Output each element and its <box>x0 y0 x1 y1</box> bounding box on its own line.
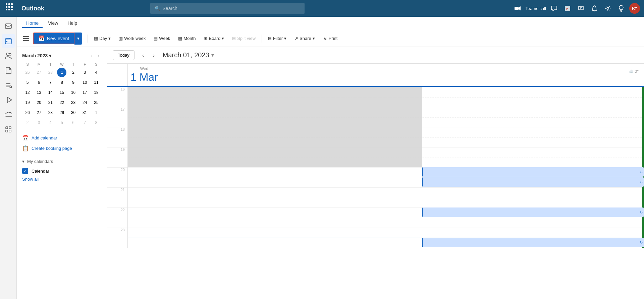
cal-day-29[interactable]: 29 <box>57 108 66 117</box>
create-booking-button[interactable]: 📋 Create booking page <box>22 143 102 154</box>
topbar-right: Teams call P <box>512 3 640 14</box>
cal-day-4[interactable]: 4 <box>92 68 101 77</box>
day-column[interactable]: ↻ ↻ ↻ ↻ <box>127 87 644 248</box>
cal-day-9[interactable]: 9 <box>69 78 78 87</box>
day-label-wed: W <box>56 62 67 67</box>
show-all-button[interactable]: Show all <box>22 175 102 183</box>
cal-day-20[interactable]: 20 <box>34 98 44 107</box>
cal-day-6[interactable]: 6 <box>34 78 44 87</box>
menu-help[interactable]: Help <box>63 19 81 28</box>
cal-day-27[interactable]: 27 <box>34 108 44 117</box>
tasks-nav-icon[interactable] <box>2 78 15 92</box>
cal-day-5-apr[interactable]: 5 <box>57 118 66 127</box>
cal-day-15[interactable]: 15 <box>57 88 66 97</box>
search-input[interactable] <box>163 6 301 11</box>
cal-day-26[interactable]: 26 <box>23 108 32 117</box>
apps-nav-icon[interactable] <box>2 123 15 136</box>
cal-day-31[interactable]: 31 <box>80 108 90 117</box>
cal-day-3[interactable]: 3 <box>80 68 90 77</box>
cal-day-3-apr[interactable]: 3 <box>34 118 44 127</box>
lightbulb-icon[interactable] <box>616 3 627 14</box>
print-button[interactable]: 🖨 Print <box>320 34 341 43</box>
cal-day-10[interactable]: 10 <box>80 78 90 87</box>
cal-day-18[interactable]: 18 <box>92 88 101 97</box>
cal-day-23[interactable]: 23 <box>69 98 78 107</box>
feedback-icon[interactable] <box>576 3 586 14</box>
menu-view[interactable]: View <box>44 19 62 28</box>
cal-day-2[interactable]: 2 <box>69 68 78 77</box>
event-block-3[interactable]: ↻ <box>422 207 644 217</box>
cal-day-1[interactable]: 1 <box>57 68 66 77</box>
next-day-button[interactable]: › <box>149 51 159 60</box>
cal-day-13[interactable]: 13 <box>34 88 44 97</box>
work-week-button[interactable]: ▥ Work week <box>115 34 149 43</box>
cal-day-1-apr[interactable]: 1 <box>92 108 101 117</box>
new-event-draft[interactable] <box>128 87 422 167</box>
people-nav-icon[interactable] <box>2 49 15 62</box>
chat-icon[interactable] <box>549 3 559 14</box>
cal-day-30[interactable]: 30 <box>69 108 78 117</box>
notifications-icon[interactable] <box>589 3 600 14</box>
teams-call-label[interactable]: Teams call <box>526 6 546 11</box>
cal-day-19[interactable]: 19 <box>23 98 32 107</box>
event-block-1[interactable]: ↻ <box>422 167 644 177</box>
calendar-date-title[interactable]: March 01, 2023 ▾ <box>163 51 214 59</box>
cal-day-28-feb[interactable]: 28 <box>46 68 55 77</box>
day-name: Wed <box>130 66 158 71</box>
next-month-button[interactable]: › <box>96 52 102 59</box>
my-calendars-header[interactable]: ▾ My calendars <box>22 159 102 164</box>
cal-day-26-feb[interactable]: 26 <box>23 68 32 77</box>
menu-home[interactable]: Home <box>22 19 43 28</box>
cal-day-6-apr[interactable]: 6 <box>69 118 78 127</box>
avatar[interactable]: RY <box>629 3 640 14</box>
month-button[interactable]: ▦ Month <box>175 34 199 43</box>
cal-day-17[interactable]: 17 <box>80 88 90 97</box>
cal-day-28[interactable]: 28 <box>46 108 55 117</box>
new-event-dropdown[interactable]: ▾ <box>74 33 82 45</box>
video-call-icon[interactable] <box>512 3 523 14</box>
event-block-2[interactable]: ↻ <box>422 177 644 187</box>
split-view-button[interactable]: ⊟ Split view <box>229 34 259 43</box>
cal-day-21[interactable]: 21 <box>46 98 55 107</box>
cal-day-7-apr[interactable]: 7 <box>80 118 90 127</box>
cal-day-12[interactable]: 12 <box>23 88 32 97</box>
teams-nav-icon[interactable] <box>2 93 15 107</box>
cal-day-11[interactable]: 11 <box>92 78 101 87</box>
cal-day-14[interactable]: 14 <box>46 88 55 97</box>
cal-day-8[interactable]: 8 <box>57 78 66 87</box>
day-icon: ▦ <box>94 36 98 41</box>
calendar-item[interactable]: ✓ Calendar <box>22 167 102 175</box>
prev-month-button[interactable]: ‹ <box>89 52 95 59</box>
prev-day-button[interactable]: ‹ <box>139 51 148 60</box>
cal-day-5[interactable]: 5 <box>23 78 32 87</box>
mini-cal-title[interactable]: March 2023 ▾ <box>22 53 51 58</box>
calendar-nav-icon[interactable] <box>2 34 15 48</box>
add-calendar-button[interactable]: 📅 Add calendar <box>22 133 102 143</box>
cal-day-24[interactable]: 24 <box>80 98 90 107</box>
calendar-checkbox[interactable]: ✓ <box>22 168 28 174</box>
hamburger-button[interactable] <box>21 33 32 44</box>
today-button[interactable]: Today <box>113 50 135 60</box>
cal-day-25[interactable]: 25 <box>92 98 101 107</box>
cal-day-8-apr[interactable]: 8 <box>92 118 101 127</box>
cal-day-22[interactable]: 22 <box>57 98 66 107</box>
settings-icon[interactable] <box>602 3 613 14</box>
day-view-button[interactable]: ▦ Day ▾ <box>91 34 114 43</box>
cal-day-16[interactable]: 16 <box>69 88 78 97</box>
cal-day-2-apr[interactable]: 2 <box>23 118 32 127</box>
share-button[interactable]: ↗ Share ▾ <box>291 34 318 43</box>
waffle-button[interactable] <box>4 3 15 14</box>
mail-nav-icon[interactable] <box>2 19 15 33</box>
event-block-4[interactable]: ↻ <box>422 238 644 247</box>
cal-day-27-feb[interactable]: 27 <box>34 68 44 77</box>
filter-button[interactable]: ⊟ Filter ▾ <box>265 34 290 43</box>
board-button[interactable]: ⊞ Board ▾ <box>200 34 227 43</box>
files-nav-icon[interactable] <box>2 64 15 77</box>
cal-day-4-apr[interactable]: 4 <box>46 118 55 127</box>
search-box[interactable]: 🔍 <box>150 3 305 14</box>
onedrive-nav-icon[interactable] <box>2 108 15 121</box>
week-button[interactable]: ▤ Week <box>150 34 173 43</box>
cal-day-7[interactable]: 7 <box>46 78 55 87</box>
new-event-button[interactable]: 📅 New event <box>33 33 74 44</box>
powerpoint-icon[interactable]: P <box>562 3 573 14</box>
